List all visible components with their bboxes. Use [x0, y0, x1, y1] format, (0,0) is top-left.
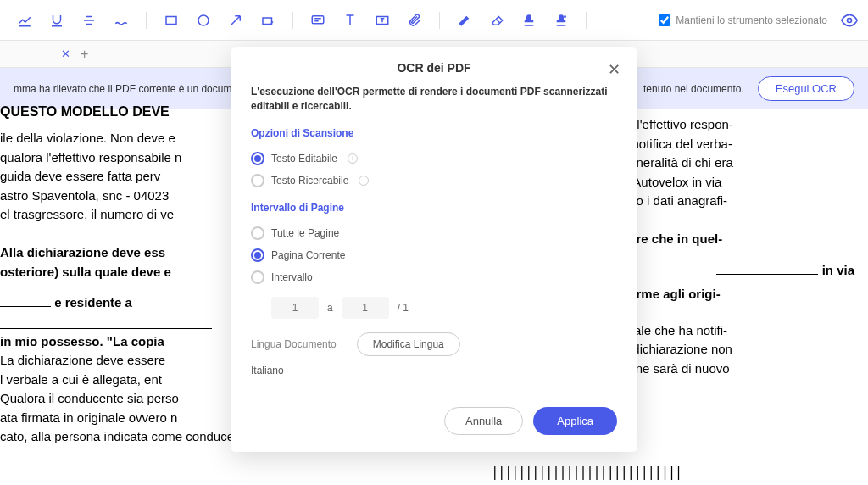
svg-rect-2	[263, 18, 272, 25]
barcode: ||||||||||||||||||||||||||||	[491, 463, 682, 482]
interval-total: / 1	[398, 302, 409, 314]
radio-icon	[251, 270, 264, 284]
cancel-button[interactable]: Annulla	[444, 407, 523, 435]
language-value: Italiano	[251, 365, 617, 376]
radio-interval[interactable]: Intervallo	[251, 266, 617, 288]
squiggly-icon[interactable]	[107, 6, 136, 35]
radio-icon	[251, 248, 264, 262]
svg-point-6	[848, 18, 852, 22]
radio-searchable[interactable]: Testo Ricercabile i	[251, 170, 617, 192]
ocr-modal: OCR dei PDF ✕ L'esecuzione dell'OCR perm…	[231, 47, 637, 452]
close-icon[interactable]: ✕	[604, 59, 624, 80]
comment-icon[interactable]	[303, 6, 332, 35]
interval-to-input[interactable]	[342, 297, 389, 319]
divider	[439, 12, 440, 29]
radio-current-page[interactable]: Pagina Corrente	[251, 244, 617, 266]
banner-text-right: tenuto nel documento.	[643, 83, 744, 95]
modal-description: L'esecuzione dell'OCR permette di render…	[251, 85, 617, 114]
radio-editable[interactable]: Testo Editabile i	[251, 148, 617, 170]
strikethrough-icon[interactable]	[75, 6, 103, 35]
svg-point-1	[198, 15, 209, 25]
svg-rect-3	[312, 15, 324, 23]
interval-from-input[interactable]	[271, 297, 319, 319]
scan-options-label: Opzioni di Scansione	[251, 127, 617, 139]
attachment-icon[interactable]	[400, 6, 429, 35]
toolbar: Mantieni lo strumento selezionato	[0, 0, 868, 41]
info-icon[interactable]: i	[348, 153, 358, 164]
rectangle-icon[interactable]	[157, 6, 186, 35]
keep-tool-checkbox[interactable]: Mantieni lo strumento selezionato	[659, 14, 827, 26]
radio-all-pages[interactable]: Tutte le Pagine	[251, 222, 617, 244]
change-language-button[interactable]: Modifica Lingua	[357, 332, 460, 356]
highlight-icon[interactable]	[10, 6, 39, 35]
radio-icon	[251, 226, 264, 240]
divider	[292, 12, 293, 29]
divider	[146, 12, 147, 29]
arrow-icon[interactable]	[221, 6, 250, 35]
textbox-icon[interactable]	[368, 6, 397, 35]
keep-tool-label: Mantieni lo strumento selezionato	[676, 14, 827, 26]
run-ocr-button[interactable]: Esegui OCR	[758, 76, 854, 101]
divider	[586, 12, 587, 29]
modal-header: OCR dei PDF ✕	[231, 47, 637, 85]
radio-icon	[251, 152, 264, 165]
info-icon[interactable]: i	[359, 176, 369, 186]
eraser-icon[interactable]	[482, 6, 511, 35]
keep-tool-input[interactable]	[659, 14, 670, 26]
interval-inputs: a / 1	[271, 297, 617, 319]
apply-button[interactable]: Applica	[533, 407, 617, 435]
stamp-icon[interactable]	[515, 6, 543, 35]
pencil-icon[interactable]	[450, 6, 479, 35]
shapes-icon[interactable]	[253, 6, 282, 35]
banner-text-left: mma ha rilevato che il PDF corrente è un…	[14, 83, 231, 95]
svg-rect-0	[166, 16, 176, 24]
underline-icon[interactable]	[42, 6, 71, 35]
language-row: Lingua Documento Modifica Lingua	[251, 332, 617, 356]
modal-title: OCR dei PDF	[397, 61, 470, 75]
text-icon[interactable]	[336, 6, 364, 35]
doc-heading: QUESTO MODELLO DEVE	[0, 102, 212, 122]
language-label: Lingua Documento	[251, 338, 337, 350]
radio-icon	[251, 174, 264, 187]
circle-icon[interactable]	[189, 6, 218, 35]
signature-icon[interactable]	[547, 6, 576, 35]
svg-point-5	[564, 15, 566, 18]
modal-footer: Annulla Applica	[231, 393, 637, 452]
tab-close-icon[interactable]: ✕	[58, 44, 74, 64]
page-range-label: Intervallo di Pagine	[251, 202, 617, 214]
visibility-icon[interactable]	[841, 12, 858, 29]
tab-add-icon[interactable]: +	[74, 43, 95, 65]
